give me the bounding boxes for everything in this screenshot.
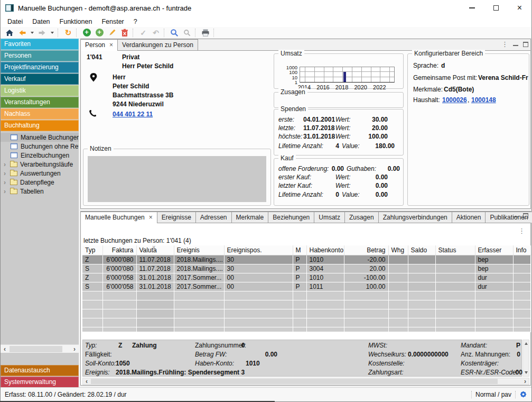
- window-maximize-icon[interactable]: [484, 0, 508, 16]
- table-cell[interactable]: -100.00: [344, 273, 388, 282]
- table-cell[interactable]: [513, 255, 530, 264]
- table-cell[interactable]: 30: [224, 264, 293, 273]
- table-row[interactable]: S6'000'05831.01.20182017.Sommer...00P101…: [82, 282, 530, 291]
- table-cell[interactable]: [388, 264, 408, 273]
- table-cell[interactable]: [82, 300, 102, 309]
- table-cell[interactable]: [224, 309, 293, 318]
- table-cell[interactable]: [102, 300, 136, 309]
- table-cell[interactable]: P: [293, 264, 306, 273]
- column-header-info[interactable]: Info: [513, 245, 530, 255]
- table-cell[interactable]: [224, 327, 293, 332]
- table-cell[interactable]: 6'000'058: [102, 282, 136, 291]
- table-cell[interactable]: Z: [82, 273, 102, 282]
- column-header-status[interactable]: Status: [435, 245, 475, 255]
- sidebar-section-nachlass[interactable]: Nachlass: [1, 108, 79, 120]
- table-cell[interactable]: 6'000'058: [102, 273, 136, 282]
- tab-zusagen[interactable]: Zusagen: [344, 212, 379, 223]
- table-cell[interactable]: [408, 300, 435, 309]
- home-icon[interactable]: [4, 28, 15, 38]
- tab-merkmale[interactable]: Merkmale: [231, 212, 269, 223]
- table-cell[interactable]: dur: [475, 273, 513, 282]
- scrollbar-thumb[interactable]: [91, 379, 498, 384]
- gear-icon[interactable]: [519, 390, 527, 398]
- table-cell[interactable]: [224, 318, 293, 327]
- table-cell[interactable]: 2017.Sommer...: [174, 273, 224, 282]
- table-cell[interactable]: 1010: [306, 255, 344, 264]
- notizen-textarea[interactable]: [88, 156, 266, 202]
- refresh-icon[interactable]: ↻: [62, 28, 74, 38]
- column-header-betrag[interactable]: Betrag: [344, 245, 388, 255]
- column-header-faktura[interactable]: Faktura: [102, 245, 136, 255]
- sidebar-section-veranstaltungen[interactable]: Veranstaltungen: [1, 97, 79, 108]
- table-cell[interactable]: 20.00: [344, 264, 388, 273]
- table-cell[interactable]: [293, 300, 306, 309]
- table-cell[interactable]: [306, 300, 344, 309]
- table-cell[interactable]: [388, 282, 408, 291]
- tab-zahlungsverbindungen[interactable]: Zahlungsverbindungen: [378, 212, 452, 223]
- sidebar-hscrollbar[interactable]: ‹ ›: [1, 344, 79, 353]
- table-cell[interactable]: -20.00: [344, 255, 388, 264]
- close-tab-icon[interactable]: ×: [149, 214, 153, 221]
- edit-icon[interactable]: [106, 28, 118, 38]
- table-row[interactable]: [82, 291, 530, 300]
- chevron-right-icon[interactable]: ›: [4, 170, 9, 177]
- tree-item-tabellen[interactable]: › Tabellen: [1, 187, 79, 196]
- panel-minimize-icon[interactable]: [513, 216, 518, 217]
- table-cell[interactable]: [293, 291, 306, 300]
- table-cell[interactable]: [475, 318, 513, 327]
- table-cell[interactable]: [388, 273, 408, 282]
- table-cell[interactable]: 2017.Sommer...: [174, 282, 224, 291]
- back-icon[interactable]: [16, 28, 28, 38]
- table-cell[interactable]: [224, 291, 293, 300]
- menu-daten[interactable]: Daten: [27, 17, 54, 26]
- undo-icon[interactable]: ↶: [150, 28, 162, 38]
- table-cell[interactable]: [513, 300, 530, 309]
- close-tab-icon[interactable]: ×: [109, 41, 113, 49]
- table-cell[interactable]: 100.00: [344, 282, 388, 291]
- table-cell[interactable]: [102, 327, 136, 332]
- table-cell[interactable]: [82, 318, 102, 327]
- table-cell[interactable]: [435, 300, 475, 309]
- table-cell[interactable]: [344, 327, 388, 332]
- tree-item-verarbeitungslaeufe[interactable]: › Verarbeitungsläufe: [1, 160, 79, 169]
- table-row[interactable]: [82, 327, 530, 332]
- table-cell[interactable]: [408, 291, 435, 300]
- tree-item-datenpflege[interactable]: › Datenpflege: [1, 178, 79, 187]
- column-header-m[interactable]: M: [293, 245, 306, 255]
- table-cell[interactable]: [388, 300, 408, 309]
- table-cell[interactable]: [513, 318, 530, 327]
- table-cell[interactable]: 11.07.2018: [136, 255, 174, 264]
- tab-ereignisse[interactable]: Ereignisse: [157, 212, 196, 223]
- add-icon[interactable]: +: [81, 28, 92, 38]
- table-row[interactable]: [82, 318, 530, 327]
- table-cell[interactable]: [102, 309, 136, 318]
- table-cell[interactable]: 31.01.2018: [136, 273, 174, 282]
- haushalt-link[interactable]: 1000026: [442, 96, 467, 104]
- table-cell[interactable]: 11.07.2018: [136, 264, 174, 273]
- table-cell[interactable]: [82, 327, 102, 332]
- grid-menu-icon[interactable]: ⋮: [518, 227, 525, 234]
- table-cell[interactable]: Z: [82, 255, 102, 264]
- add-copy-icon[interactable]: +: [94, 28, 105, 38]
- scroll-up-icon[interactable]: [525, 342, 528, 345]
- table-cell[interactable]: [174, 291, 224, 300]
- table-cell[interactable]: S: [82, 282, 102, 291]
- sidebar-section-buchhaltung[interactable]: Buchhaltung: [1, 120, 79, 131]
- column-header-habenkonto[interactable]: Habenkonto: [306, 245, 344, 255]
- column-header-ereignis[interactable]: Ereignis: [174, 245, 224, 255]
- table-cell[interactable]: [344, 318, 388, 327]
- sidebar-section-systemverwaltung[interactable]: Systemverwaltung: [1, 377, 79, 388]
- window-minimize-icon[interactable]: [460, 0, 484, 16]
- delete-icon[interactable]: [119, 28, 130, 38]
- table-cell[interactable]: [513, 282, 530, 291]
- panel-maximize-icon[interactable]: [523, 213, 528, 218]
- table-cell[interactable]: 3004: [306, 264, 344, 273]
- table-cell[interactable]: [408, 318, 435, 327]
- table-cell[interactable]: 31.01.2018: [136, 282, 174, 291]
- table-cell[interactable]: [136, 300, 174, 309]
- panel-maximize-icon[interactable]: [523, 42, 528, 47]
- back-dropdown-icon[interactable]: [29, 28, 35, 38]
- sidebar-section-datenaustausch[interactable]: Datenaustausch: [1, 365, 79, 376]
- chevron-right-icon[interactable]: ›: [4, 161, 9, 168]
- column-header-whg[interactable]: Whg: [388, 245, 408, 255]
